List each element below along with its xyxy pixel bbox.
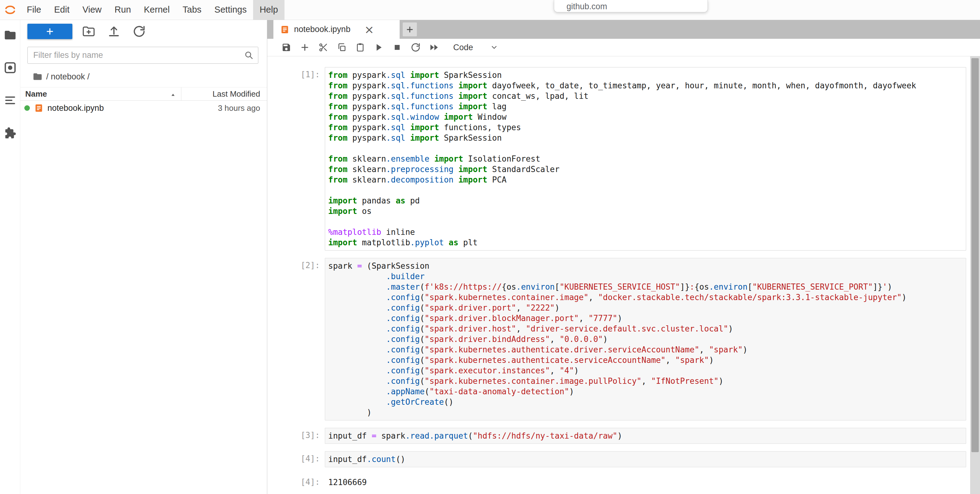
- save-icon[interactable]: [282, 43, 291, 52]
- code-line: [328, 185, 963, 195]
- menu-item-edit[interactable]: Edit: [48, 0, 76, 20]
- menu-item-tabs[interactable]: Tabs: [176, 0, 208, 20]
- upload-icon[interactable]: [107, 25, 120, 38]
- cell-editor[interactable]: from pyspark.sql import SparkSessionfrom…: [325, 67, 966, 251]
- filter-box: [27, 47, 258, 64]
- code-line: .config("spark.driver.port", "2222"): [328, 303, 963, 313]
- code-cell: [3]:input_df = spark.read.parquet("hdfs:…: [267, 428, 980, 444]
- cell-prompt: [4]:: [267, 451, 325, 467]
- code-line: from pyspark.sql import SparkSession: [328, 133, 963, 143]
- file-browser-icon[interactable]: [4, 29, 17, 41]
- code-line: .config("spark.executor.instances", "4"): [328, 365, 963, 376]
- cut-icon[interactable]: [318, 43, 328, 52]
- breadcrumb[interactable]: / notebook /: [20, 67, 267, 87]
- code-line: .config("spark.driver.host", "driver-ser…: [328, 324, 963, 334]
- notebook-file-icon: [34, 103, 43, 113]
- new-tab-button[interactable]: [403, 22, 417, 37]
- restart-run-all-icon[interactable]: [429, 43, 439, 52]
- menu-item-help[interactable]: Help: [253, 0, 285, 20]
- restart-icon[interactable]: [411, 43, 421, 52]
- code-line: input_df = spark.read.parquet("hdfs://hd…: [328, 430, 963, 441]
- code-line: 12106669: [328, 477, 977, 488]
- vertical-scrollbar[interactable]: [970, 56, 980, 494]
- menu-item-settings[interactable]: Settings: [208, 0, 253, 20]
- menu-item-view[interactable]: View: [76, 0, 108, 20]
- code-line: import pandas as pd: [328, 195, 963, 206]
- file-row[interactable]: notebook.ipynb3 hours ago: [20, 101, 267, 116]
- cell-type-dropdown[interactable]: Code: [453, 43, 498, 52]
- main-content-row: / notebook / Name Last Modified notebook…: [0, 20, 980, 494]
- code-line: .config("spark.kubernetes.container.imag…: [328, 292, 963, 303]
- code-line: from pyspark.sql.functions import concat…: [328, 91, 963, 101]
- activity-bar: [0, 20, 20, 494]
- code-line: from sklearn.decomposition import PCA: [328, 175, 963, 185]
- new-folder-icon[interactable]: [82, 25, 95, 38]
- cell-prompt: [2]:: [267, 258, 325, 421]
- menu-item-run[interactable]: Run: [108, 0, 137, 20]
- cell-editor[interactable]: spark = (SparkSession .builder .master(f…: [325, 258, 966, 421]
- plus-icon: [406, 25, 414, 34]
- code-cell: [1]:from pyspark.sql import SparkSession…: [267, 67, 980, 251]
- new-launcher-button[interactable]: [27, 24, 72, 39]
- notebook-file-icon: [280, 25, 290, 34]
- code-line: from pyspark.sql import functions, types: [328, 122, 963, 133]
- file-browser-toolbar: [20, 20, 267, 43]
- menu-bar-items: FileEditViewRunKernelTabsSettingsHelp: [20, 0, 285, 20]
- column-header-modified[interactable]: Last Modified: [181, 87, 267, 100]
- menu-item-file[interactable]: File: [20, 0, 48, 20]
- interrupt-icon[interactable]: [392, 43, 402, 52]
- tab-notebook[interactable]: notebook.ipynb ×: [274, 20, 399, 39]
- code-line: .config("spark.driver.blockManager.port"…: [328, 313, 963, 324]
- code-line: import os: [328, 206, 963, 216]
- code-line: [328, 216, 963, 227]
- cell-editor[interactable]: input_df = spark.read.parquet("hdfs://hd…: [325, 428, 966, 444]
- code-line: from pyspark.sql.functions import lag: [328, 101, 963, 112]
- file-browser-panel: / notebook / Name Last Modified notebook…: [20, 20, 267, 494]
- cell-type-value: Code: [453, 43, 473, 52]
- column-modified-label: Last Modified: [212, 89, 260, 99]
- menu-item-kernel[interactable]: Kernel: [137, 0, 176, 20]
- jupyter-logo-icon: [4, 3, 17, 16]
- scrollbar-thumb[interactable]: [971, 58, 979, 452]
- code-line: .appName("taxi-data-anomaly-detection"): [328, 386, 963, 397]
- notebook-toolbar: Code: [267, 39, 980, 56]
- jupyter-logo: [0, 3, 20, 16]
- notebook-cells: [1]:from pyspark.sql import SparkSession…: [267, 67, 980, 488]
- code-line: spark = (SparkSession: [328, 261, 963, 271]
- breadcrumb-path[interactable]: / notebook /: [46, 72, 90, 81]
- copy-icon[interactable]: [337, 43, 347, 52]
- paste-icon[interactable]: [355, 43, 365, 52]
- cell-prompt: [4]:: [267, 475, 325, 488]
- code-line: from pyspark.sql.window import Window: [328, 112, 963, 122]
- search-icon: [244, 51, 253, 60]
- notebook-scroll-area: [1]:from pyspark.sql import SparkSession…: [267, 56, 980, 494]
- chevron-down-icon: [490, 43, 498, 51]
- insert-cell-icon[interactable]: [300, 43, 310, 52]
- browser-popup: github.com: [554, 0, 708, 12]
- cell-editor[interactable]: input_df.count(): [325, 451, 966, 467]
- cell-prompt: [3]:: [267, 428, 325, 444]
- tab-bar: notebook.ipynb ×: [267, 20, 980, 39]
- running-kernels-icon[interactable]: [4, 61, 17, 74]
- home-folder-icon[interactable]: [33, 72, 43, 81]
- column-header-name[interactable]: Name: [20, 87, 181, 100]
- file-name: notebook.ipynb: [48, 103, 104, 113]
- cell-prompt: [1]:: [267, 67, 325, 251]
- code-line: from pyspark.sql import SparkSession: [328, 70, 963, 80]
- code-line: .master(f'k8s://https://{os.environ["KUB…: [328, 282, 963, 292]
- plus-icon: [45, 27, 54, 36]
- file-list-header: Name Last Modified: [20, 87, 267, 101]
- file-browser-actions: [82, 25, 146, 38]
- jupyterlab-app: FileEditViewRunKernelTabsSettingsHelp gi…: [0, 0, 980, 494]
- extensions-icon[interactable]: [4, 127, 17, 140]
- close-icon[interactable]: ×: [364, 24, 374, 35]
- refresh-icon[interactable]: [133, 25, 146, 38]
- filter-files-input[interactable]: [27, 47, 258, 64]
- code-line: .getOrCreate(): [328, 397, 963, 407]
- tab-title: notebook.ipynb: [294, 25, 350, 34]
- run-icon[interactable]: [374, 43, 383, 52]
- toc-icon[interactable]: [4, 94, 17, 107]
- file-list: notebook.ipynb3 hours ago: [20, 101, 267, 116]
- code-line: .config("spark.kubernetes.authenticate.d…: [328, 345, 963, 355]
- code-line: .config("spark.kubernetes.authenticate.s…: [328, 355, 963, 365]
